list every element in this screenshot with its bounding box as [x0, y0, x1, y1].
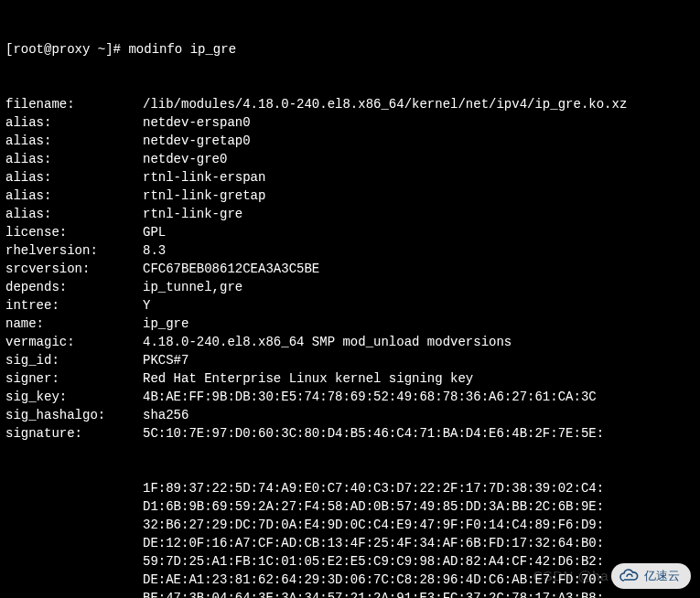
modinfo-key: signature: [5, 424, 143, 443]
modinfo-key: sig_hashalgo: [5, 406, 143, 424]
signature-line: 32:B6:27:29:DC:7D:0A:E4:9D:0C:C4:E9:47:9… [143, 516, 695, 534]
modinfo-line: name:ip_gre [5, 315, 695, 333]
signature-line: D1:6B:9B:69:59:2A:27:F4:58:AD:0B:57:49:8… [143, 497, 695, 516]
terminal-output: [root@proxy ~]# modinfo ip_gre filename:… [0, 0, 700, 598]
modinfo-value: ip_gre [143, 315, 695, 333]
modinfo-line: signature:5C:10:7E:97:D0:60:3C:80:D4:B5:… [5, 424, 695, 443]
modinfo-value: CFC67BEB08612CEA3A3C5BE [143, 260, 695, 278]
modinfo-value: rtnl-link-erspan [143, 168, 695, 187]
modinfo-line: sig_key:4B:AE:FF:9B:DB:30:E5:74:78:69:52… [5, 388, 695, 406]
prompt-line: [root@proxy ~]# modinfo ip_gre [5, 40, 695, 59]
modinfo-key: depends: [5, 278, 143, 296]
modinfo-key: license: [5, 223, 143, 241]
signature-line: 59:7D:25:A1:FB:1C:01:05:E2:E5:C9:C9:98:A… [143, 552, 695, 571]
modinfo-key: filename: [5, 95, 143, 113]
signature-line: 1F:89:37:22:5D:74:A9:E0:C7:40:C3:D7:22:2… [143, 479, 695, 497]
modinfo-line: sig_id:PKCS#7 [5, 351, 695, 369]
modinfo-key: intree: [5, 296, 143, 315]
signature-line: BE:47:3B:04:64:3E:3A:34:57:21:2A:91:E3:F… [143, 589, 695, 598]
modinfo-line: alias:netdev-gre0 [5, 150, 695, 168]
modinfo-line: intree:Y [5, 296, 695, 315]
modinfo-key: alias: [5, 205, 143, 223]
modinfo-key: alias: [5, 187, 143, 205]
modinfo-key: alias: [5, 113, 143, 132]
modinfo-line: alias:rtnl-link-erspan [5, 168, 695, 187]
modinfo-value: netdev-erspan0 [143, 113, 695, 132]
modinfo-value: netdev-gretap0 [143, 132, 695, 150]
modinfo-key: signer: [5, 369, 143, 388]
modinfo-value: sha256 [143, 406, 695, 424]
shell-command: modinfo ip_gre [128, 40, 236, 59]
modinfo-key: vermagic: [5, 333, 143, 351]
modinfo-line: signer:Red Hat Enterprise Linux kernel s… [5, 369, 695, 388]
modinfo-value: 4B:AE:FF:9B:DB:30:E5:74:78:69:52:49:68:7… [143, 388, 695, 406]
modinfo-value: /lib/modules/4.18.0-240.el8.x86_64/kerne… [143, 95, 695, 113]
csdn-watermark: CSDN @ha [533, 567, 608, 585]
modinfo-value: netdev-gre0 [143, 150, 695, 168]
cloud-icon [619, 569, 639, 583]
signature-line: DE:12:0F:16:A7:CF:AD:CB:13:4F:25:4F:34:A… [143, 534, 695, 552]
modinfo-key: name: [5, 315, 143, 333]
modinfo-value: ip_tunnel,gre [143, 278, 695, 296]
modinfo-value: GPL [143, 223, 695, 241]
badge-label: 亿速云 [644, 567, 680, 585]
modinfo-line: depends:ip_tunnel,gre [5, 278, 695, 296]
modinfo-key: alias: [5, 150, 143, 168]
modinfo-value: 5C:10:7E:97:D0:60:3C:80:D4:B5:46:C4:71:B… [143, 424, 695, 443]
modinfo-value: rtnl-link-gre [143, 205, 695, 223]
modinfo-line: alias:rtnl-link-gre [5, 205, 695, 223]
modinfo-value: rtnl-link-gretap [143, 187, 695, 205]
modinfo-value: 4.18.0-240.el8.x86_64 SMP mod_unload mod… [143, 333, 695, 351]
modinfo-line: filename:/lib/modules/4.18.0-240.el8.x86… [5, 95, 695, 113]
modinfo-line: vermagic:4.18.0-240.el8.x86_64 SMP mod_u… [5, 333, 695, 351]
yisu-badge: 亿速云 [611, 563, 691, 589]
modinfo-key: sig_key: [5, 388, 143, 406]
modinfo-line: license:GPL [5, 223, 695, 241]
modinfo-value: PKCS#7 [143, 351, 695, 369]
modinfo-value: 8.3 [143, 241, 695, 260]
modinfo-value: Red Hat Enterprise Linux kernel signing … [143, 369, 695, 388]
modinfo-line: alias:rtnl-link-gretap [5, 187, 695, 205]
modinfo-key: srcversion: [5, 260, 143, 278]
modinfo-value: Y [143, 296, 695, 315]
modinfo-key: alias: [5, 132, 143, 150]
modinfo-key: sig_id: [5, 351, 143, 369]
modinfo-line: sig_hashalgo:sha256 [5, 406, 695, 424]
shell-prompt: [root@proxy ~]# [5, 40, 128, 59]
modinfo-line: alias:netdev-gretap0 [5, 132, 695, 150]
modinfo-key: rhelversion: [5, 241, 143, 260]
modinfo-key: alias: [5, 168, 143, 187]
modinfo-line: alias:netdev-erspan0 [5, 113, 695, 132]
modinfo-line: rhelversion:8.3 [5, 241, 695, 260]
modinfo-line: srcversion:CFC67BEB08612CEA3A3C5BE [5, 260, 695, 278]
